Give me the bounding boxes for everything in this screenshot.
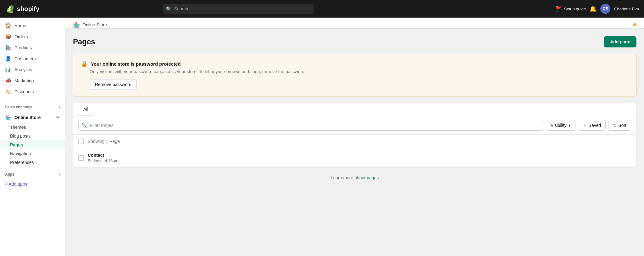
store-header-icon: 🏪 bbox=[73, 21, 80, 28]
sidebar-sub-preferences[interactable]: Preferences bbox=[0, 158, 65, 167]
navigation-label: Navigation bbox=[10, 151, 31, 156]
sidebar-sub-themes[interactable]: Themes bbox=[0, 123, 65, 132]
chevron-right-icon-2: › bbox=[59, 172, 60, 177]
showing-count-label: Showing 1 Page bbox=[88, 139, 120, 144]
top-bar-actions: 🚩 Setup guide 🔔 CE Charlotte Eva bbox=[556, 4, 639, 14]
sidebar-item-analytics-label: Analytics bbox=[14, 67, 32, 72]
sort-label: Sort bbox=[618, 123, 626, 128]
chevron-right-icon: › bbox=[59, 105, 60, 109]
password-warning-banner: 🔒 Your online store is password protecte… bbox=[73, 54, 636, 96]
filter-pages-input[interactable] bbox=[78, 120, 543, 131]
saved-button[interactable]: ★ Saved bbox=[578, 120, 606, 131]
sidebar-item-discounts[interactable]: 🏷️ Discounts bbox=[0, 86, 65, 97]
sidebar-item-products[interactable]: 🛍️ Products bbox=[0, 42, 65, 53]
warning-title: Your online store is password protected bbox=[91, 61, 181, 67]
row-content: Contact Friday at 4:46 pm bbox=[88, 153, 119, 163]
filter-search-icon: 🔍 bbox=[81, 123, 87, 128]
blog-posts-label: Blog posts bbox=[10, 133, 31, 139]
setup-guide-label: Setup guide bbox=[564, 7, 586, 11]
row-title[interactable]: Contact bbox=[88, 153, 119, 158]
remove-password-button[interactable]: Remove password bbox=[90, 79, 137, 90]
sidebar-item-marketing[interactable]: 📣 Marketing bbox=[0, 75, 65, 86]
analytics-icon: 📊 bbox=[5, 67, 11, 73]
row-date: Friday at 4:46 pm bbox=[88, 158, 119, 163]
products-icon: 🛍️ bbox=[5, 45, 11, 51]
footer-pages-link[interactable]: pages bbox=[367, 175, 379, 180]
sidebar-item-home[interactable]: 🏠 Home bbox=[0, 20, 65, 31]
flag-icon: 🚩 bbox=[556, 6, 562, 12]
sort-icon: ⇅ bbox=[613, 123, 616, 128]
warning-description: Only visitors with your password can acc… bbox=[81, 69, 629, 74]
sidebar-item-online-store[interactable]: 🏪 Online Store 👁 bbox=[0, 112, 65, 123]
footer-learn-more-text: Learn more about bbox=[331, 175, 367, 180]
add-apps-button[interactable]: + Add apps bbox=[0, 179, 65, 189]
filter-row: 🔍 Visibility ▾ ★ Saved ⇅ bbox=[73, 116, 636, 135]
search-input[interactable] bbox=[163, 4, 314, 14]
main-nav: 🏠 Home 📦 Orders 🛍️ Products 👤 Customers … bbox=[0, 18, 65, 100]
sidebar-sub-navigation[interactable]: Navigation bbox=[0, 149, 65, 158]
content-inner: Pages Add page 🔒 Your online store is pa… bbox=[65, 29, 644, 195]
sort-button[interactable]: ⇅ Sort bbox=[608, 120, 631, 131]
customers-icon: 👤 bbox=[5, 56, 11, 62]
visibility-label: Visibility bbox=[551, 123, 566, 128]
search-bar: 🔍 bbox=[163, 4, 314, 14]
online-store-icon: 🏪 bbox=[5, 114, 11, 120]
footer: Learn more about pages bbox=[73, 168, 636, 188]
top-bar: shopify 🔍 🚩 Setup guide 🔔 CE Charlotte E… bbox=[0, 0, 644, 18]
lock-icon: 🔒 bbox=[81, 60, 88, 67]
saved-label: Saved bbox=[589, 123, 601, 128]
sidebar-item-customers[interactable]: 👤 Customers bbox=[0, 53, 65, 64]
page-title: Pages bbox=[73, 37, 95, 46]
discounts-icon: 🏷️ bbox=[5, 89, 11, 95]
sidebar-item-orders[interactable]: 📦 Orders bbox=[0, 31, 65, 42]
setup-guide-button[interactable]: 🚩 Setup guide bbox=[556, 6, 586, 12]
star-icon: ★ bbox=[583, 123, 587, 128]
store-header: 🏪 Online Store bbox=[65, 18, 644, 29]
avatar[interactable]: CE bbox=[600, 4, 610, 14]
select-all-checkbox[interactable] bbox=[78, 139, 84, 144]
sidebar-item-home-label: Home bbox=[14, 23, 26, 28]
notification-dot bbox=[633, 23, 636, 26]
preferences-label: Preferences bbox=[10, 160, 34, 165]
pages-label: Pages bbox=[10, 142, 23, 147]
user-initials: CE bbox=[603, 7, 608, 11]
orders-icon: 📦 bbox=[5, 34, 11, 40]
sidebar: 🏠 Home 📦 Orders 🛍️ Products 👤 Customers … bbox=[0, 18, 65, 256]
row-checkbox[interactable] bbox=[78, 155, 84, 161]
sidebar-item-discounts-label: Discounts bbox=[14, 89, 34, 94]
pages-card: All 🔍 Visibility ▾ ★ Saved bbox=[73, 103, 636, 168]
user-name: Charlotte Eva bbox=[614, 7, 639, 11]
sales-channels-header[interactable]: Sales channels › bbox=[0, 102, 65, 112]
visibility-button[interactable]: Visibility ▾ bbox=[546, 120, 575, 131]
sidebar-divider-1 bbox=[0, 101, 65, 101]
apps-header[interactable]: Apps › bbox=[0, 170, 65, 179]
filter-input-wrap: 🔍 bbox=[78, 120, 543, 131]
apps-label: Apps bbox=[5, 172, 14, 177]
add-apps-label: + Add apps bbox=[5, 182, 27, 187]
store-header-title: Online Store bbox=[82, 22, 107, 27]
showing-count-row: Showing 1 Page bbox=[73, 135, 636, 148]
notification-bell-icon[interactable]: 🔔 bbox=[590, 5, 597, 12]
add-page-button[interactable]: Add page bbox=[604, 36, 636, 47]
chevron-down-icon: ▾ bbox=[569, 123, 571, 128]
sidebar-item-marketing-label: Marketing bbox=[14, 78, 34, 83]
search-icon: 🔍 bbox=[166, 6, 171, 11]
table-row: Contact Friday at 4:46 pm bbox=[73, 148, 636, 167]
sidebar-item-products-label: Products bbox=[14, 45, 32, 50]
tabs-bar: All bbox=[73, 103, 636, 116]
sidebar-item-analytics[interactable]: 📊 Analytics bbox=[0, 64, 65, 75]
warning-header: 🔒 Your online store is password protecte… bbox=[81, 60, 629, 67]
page-header: Pages Add page bbox=[73, 36, 636, 47]
sales-channels-label: Sales channels bbox=[5, 105, 32, 109]
eye-icon[interactable]: 👁 bbox=[56, 115, 60, 120]
online-store-label: Online Store bbox=[14, 115, 56, 120]
tab-all[interactable]: All bbox=[78, 103, 93, 116]
sidebar-sub-pages[interactable]: Pages bbox=[0, 140, 65, 149]
logo[interactable]: shopify bbox=[5, 4, 39, 14]
sidebar-item-orders-label: Orders bbox=[14, 34, 28, 39]
sidebar-item-customers-label: Customers bbox=[14, 56, 36, 61]
sidebar-sub-blog-posts[interactable]: Blog posts bbox=[0, 132, 65, 140]
main-content: 🏪 Online Store Pages Add page 🔒 Your onl… bbox=[65, 18, 644, 256]
logo-text: shopify bbox=[17, 5, 39, 13]
home-icon: 🏠 bbox=[5, 23, 11, 29]
